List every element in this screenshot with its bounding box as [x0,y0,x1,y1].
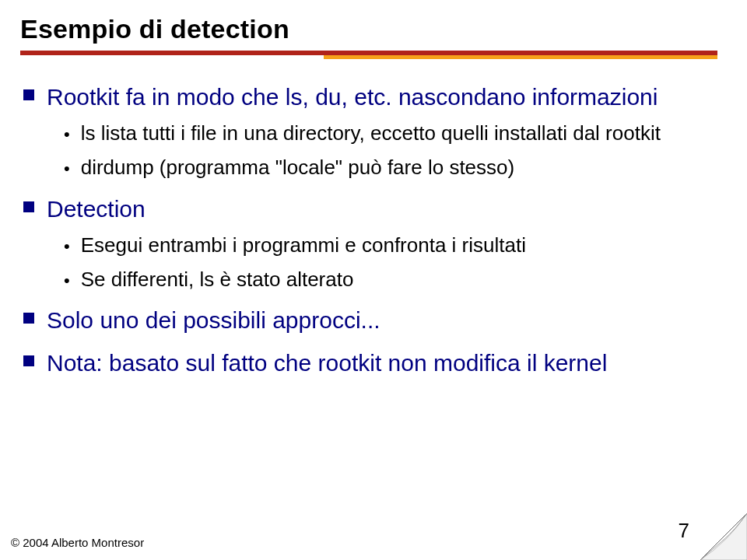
list-item: • ls lista tutti i file in una directory… [64,120,719,146]
dot-bullet-icon: • [64,160,70,177]
list-item: • Esegui entrambi i programmi e confront… [64,232,719,258]
dot-bullet-icon: • [64,272,70,289]
square-bullet-icon [23,355,34,366]
section-heading-text: Nota: basato sul fatto che rootkit non m… [47,348,607,378]
section-heading: Rootkit fa in modo che ls, du, etc. nasc… [23,82,719,112]
section-heading: Detection [23,194,719,224]
list-item-text: ls lista tutti i file in una directory, … [81,120,661,146]
slide-title: Esempio di detection [20,14,727,44]
list-item-text: dirdump (programma "locale" può fare lo … [81,154,514,180]
square-bullet-icon [23,313,34,324]
list-item: • dirdump (programma "locale" può fare l… [64,154,719,180]
section-0: Rootkit fa in modo che ls, du, etc. nasc… [23,82,719,181]
list-item-text: Se differenti, ls è stato alterato [81,266,354,292]
slide: Esempio di detection Rootkit fa in modo … [0,0,747,560]
page-curl-icon [697,513,747,560]
title-rule [20,51,727,61]
square-bullet-icon [23,89,34,100]
dot-bullet-icon: • [64,238,70,255]
section-1: Detection • Esegui entrambi i programmi … [23,194,719,293]
section-heading-text: Rootkit fa in modo che ls, du, etc. nasc… [47,82,658,112]
footer-copyright: © 2004 Alberto Montresor [11,536,144,549]
section-2: Solo uno dei possibili approcci... [23,305,719,335]
slide-content: Rootkit fa in modo che ls, du, etc. nasc… [20,82,727,378]
page-number: 7 [679,519,689,543]
section-3: Nota: basato sul fatto che rootkit non m… [23,348,719,378]
rule-orange [324,55,717,59]
dot-bullet-icon: • [64,126,70,143]
list-item: • Se differenti, ls è stato alterato [64,266,719,292]
section-heading: Nota: basato sul fatto che rootkit non m… [23,348,719,378]
section-heading: Solo uno dei possibili approcci... [23,305,719,335]
square-bullet-icon [23,201,34,212]
section-heading-text: Solo uno dei possibili approcci... [47,305,381,335]
list-item-text: Esegui entrambi i programmi e confronta … [81,232,526,258]
section-heading-text: Detection [47,194,146,224]
